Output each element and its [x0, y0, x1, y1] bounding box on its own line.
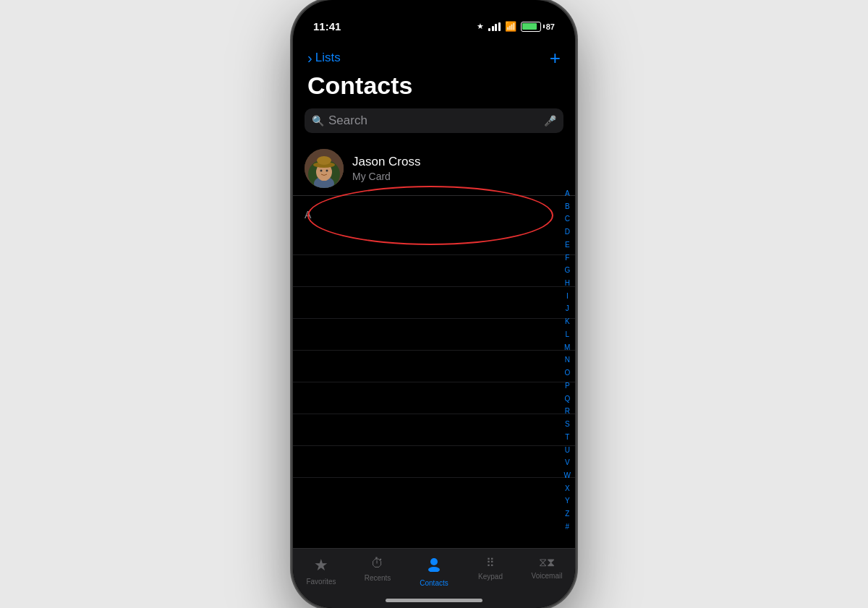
svg-point-9 [430, 558, 438, 565]
add-contact-button[interactable]: + [550, 48, 561, 67]
search-input[interactable]: Search [328, 114, 540, 128]
favorites-icon: ★ [314, 556, 328, 575]
status-time: 11:41 [313, 20, 341, 33]
alpha-M[interactable]: M [564, 343, 570, 352]
recents-icon: ⏱ [371, 556, 384, 571]
alpha-U[interactable]: U [565, 446, 570, 455]
tab-keypad[interactable]: ⠿ Keypad [462, 556, 519, 581]
alpha-G[interactable]: G [564, 266, 570, 275]
battery-icon: 87 [521, 22, 555, 32]
mic-icon[interactable]: 🎤 [544, 115, 556, 127]
alpha-H[interactable]: H [565, 279, 570, 288]
list-item[interactable] [293, 351, 575, 382]
signal-icon [488, 22, 501, 31]
alpha-B[interactable]: B [565, 202, 570, 211]
battery-percent: 87 [546, 22, 555, 31]
alpha-A[interactable]: A [565, 189, 570, 198]
alpha-E[interactable]: E [565, 241, 570, 249]
alpha-O[interactable]: O [564, 369, 570, 377]
search-bar[interactable]: 🔍 Search 🎤 [305, 108, 563, 133]
list-item[interactable] [293, 255, 575, 287]
alpha-C[interactable]: C [565, 215, 570, 223]
alphabet-index[interactable]: A B C D E F G H I J K L M N O P Q R S T [564, 187, 571, 534]
alpha-J[interactable]: J [566, 304, 569, 313]
list-item[interactable] [293, 382, 575, 414]
dynamic-island [391, 10, 477, 35]
alpha-I[interactable]: I [566, 292, 569, 301]
svg-point-8 [326, 170, 328, 172]
wifi-icon: 📶 [505, 21, 516, 32]
tab-favorites[interactable]: ★ Favorites [293, 556, 349, 586]
contacts-icon [426, 556, 442, 576]
back-chevron-icon: › [307, 51, 312, 65]
nav-bar: › Lists + [293, 43, 575, 70]
tab-voicemail-label: Voicemail [532, 572, 563, 580]
alpha-V[interactable]: V [565, 458, 570, 467]
tab-keypad-label: Keypad [478, 573, 503, 581]
list-item[interactable] [293, 446, 575, 478]
alpha-Y[interactable]: Y [565, 497, 570, 505]
page-title: Contacts [293, 70, 575, 108]
alpha-L[interactable]: L [565, 330, 569, 339]
alpha-N[interactable]: N [565, 356, 570, 364]
alpha-D[interactable]: D [565, 228, 570, 236]
main-content: › Lists + Contacts 🔍 Search 🎤 [293, 43, 575, 548]
tab-contacts-label: Contacts [420, 579, 448, 587]
search-icon: 🔍 [312, 115, 324, 127]
my-card-row[interactable]: Jason Cross My Card [293, 142, 575, 195]
contact-info: Jason Cross My Card [352, 155, 563, 182]
svg-point-7 [320, 170, 323, 172]
list-item[interactable] [293, 287, 575, 319]
alpha-Z[interactable]: Z [565, 510, 569, 518]
section-header-a: A [293, 196, 575, 223]
contact-subtitle: My Card [352, 171, 563, 182]
alpha-T[interactable]: T [565, 433, 569, 442]
list-item[interactable] [293, 319, 575, 351]
phone-screen: 11:41 ★ 📶 87 [293, 0, 575, 608]
alpha-X[interactable]: X [565, 484, 570, 493]
status-icons: ★ 📶 87 [477, 21, 555, 32]
alpha-F[interactable]: F [565, 254, 569, 262]
alpha-S[interactable]: S [565, 420, 570, 429]
home-indicator [386, 599, 482, 602]
contact-list [293, 223, 575, 478]
svg-point-10 [428, 567, 440, 572]
alpha-Q[interactable]: Q [564, 395, 570, 403]
keypad-icon: ⠿ [486, 556, 495, 570]
tab-voicemail[interactable]: ⧖⧗ Voicemail [519, 556, 575, 580]
tab-contacts[interactable]: Contacts [406, 556, 462, 587]
phone-device: 11:41 ★ 📶 87 [293, 0, 575, 608]
alpha-W[interactable]: W [564, 471, 571, 480]
bluetooth-icon: ★ [477, 22, 484, 31]
contact-name: Jason Cross [352, 155, 563, 169]
tab-recents[interactable]: ⏱ Recents [349, 556, 406, 582]
alpha-R[interactable]: R [565, 407, 570, 416]
voicemail-icon: ⧖⧗ [539, 556, 555, 569]
alpha-hash[interactable]: # [565, 523, 569, 531]
svg-point-6 [317, 156, 331, 165]
my-card-section: Jason Cross My Card [293, 142, 575, 196]
tab-recents-label: Recents [365, 574, 391, 582]
list-item[interactable] [293, 414, 575, 446]
list-item[interactable] [293, 223, 575, 255]
avatar [305, 149, 344, 188]
tab-favorites-label: Favorites [306, 578, 336, 586]
alpha-K[interactable]: K [565, 317, 570, 326]
alpha-P[interactable]: P [565, 382, 570, 390]
back-button[interactable]: › Lists [307, 51, 341, 65]
back-label: Lists [315, 51, 341, 65]
